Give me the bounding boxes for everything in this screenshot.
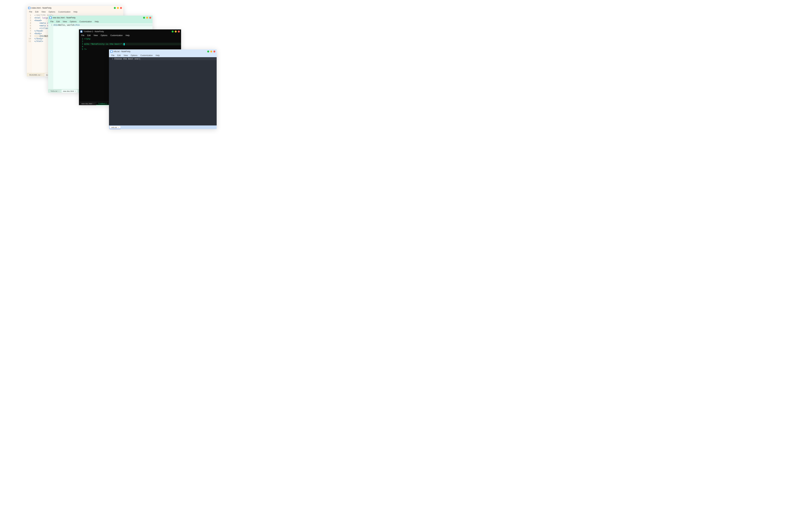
- app-icon: [80, 30, 83, 33]
- window-title: info.txt - NoteFinity: [113, 50, 131, 53]
- menu-customization[interactable]: Customization: [109, 34, 124, 37]
- menu-edit[interactable]: Edit: [116, 54, 122, 57]
- menu-help[interactable]: Help: [124, 34, 131, 37]
- line-gutter: 1: [48, 23, 53, 89]
- window-controls: [143, 16, 151, 20]
- window-title: *Untitled-2 - NoteFinity: [83, 30, 104, 33]
- tab-close-icon[interactable]: ×: [58, 90, 59, 92]
- window-controls: [172, 29, 180, 34]
- tab-newdoc[interactable]: new doc.html×: [61, 89, 78, 93]
- menu-help[interactable]: Help: [93, 20, 100, 23]
- menu-edit[interactable]: Edit: [55, 20, 61, 23]
- tab-close-icon[interactable]: ×: [108, 103, 109, 104]
- titlebar[interactable]: *Untitled-2 - NoteFinity: [79, 29, 181, 34]
- menu-options[interactable]: Options: [130, 54, 139, 57]
- menu-edit[interactable]: Edit: [34, 10, 40, 13]
- tab-untitled[interactable]: *Untitled-2×: [96, 102, 110, 105]
- menu-file[interactable]: File: [80, 34, 86, 37]
- menu-options[interactable]: Options: [47, 10, 57, 13]
- tab-todo[interactable]: ToDo.txt×: [49, 89, 61, 93]
- menubar: File Edit View Options Customization Hel…: [27, 10, 123, 14]
- menu-help[interactable]: Help: [72, 10, 79, 13]
- window-title: index.html - NoteFinity: [31, 7, 52, 9]
- menu-edit[interactable]: Edit: [86, 34, 92, 37]
- tab-close-icon[interactable]: ×: [118, 126, 119, 128]
- line-gutter: 1234567891011: [27, 14, 32, 73]
- line-gutter: 1: [109, 57, 114, 126]
- close-icon[interactable]: [214, 51, 215, 52]
- menu-options[interactable]: Options: [100, 34, 109, 37]
- maximize-icon[interactable]: [175, 30, 177, 32]
- titlebar[interactable]: index.html - NoteFinity: [27, 6, 123, 10]
- close-icon[interactable]: [120, 7, 122, 9]
- maximize-icon[interactable]: [210, 51, 212, 52]
- line-gutter: 12345: [79, 37, 84, 102]
- tab-close-icon[interactable]: ×: [75, 90, 76, 92]
- menubar: File Edit View Options Customization Hel…: [109, 54, 217, 57]
- minimize-icon[interactable]: [207, 51, 209, 52]
- menu-view[interactable]: View: [40, 10, 47, 13]
- minimize-icon[interactable]: [114, 7, 116, 9]
- app-icon: [110, 50, 113, 53]
- menu-customization[interactable]: Customization: [57, 10, 72, 13]
- menu-file[interactable]: File: [49, 20, 55, 23]
- menu-view[interactable]: View: [61, 20, 68, 23]
- window-controls: [207, 49, 215, 54]
- tab-info[interactable]: info.txt×: [110, 126, 121, 129]
- editor-window-4: info.txt - NoteFinity File Edit View Opt…: [109, 49, 217, 129]
- minimize-icon[interactable]: [143, 17, 145, 19]
- minimize-icon[interactable]: [172, 30, 174, 32]
- menubar: File Edit View Options Customization Hel…: [79, 34, 181, 37]
- menu-help[interactable]: Help: [154, 54, 161, 57]
- tab-bar: info.txt×: [109, 126, 217, 129]
- tab-newdoc[interactable]: new doc.html×: [80, 102, 96, 105]
- menu-view[interactable]: View: [122, 54, 129, 57]
- window-title: new doc.html - NoteFinity: [53, 17, 76, 19]
- close-icon[interactable]: [178, 30, 180, 32]
- tab-close-icon[interactable]: ×: [41, 74, 42, 76]
- code-area[interactable]: Choose the best one!: [114, 57, 217, 126]
- tab-close-icon[interactable]: ×: [93, 103, 94, 105]
- maximize-icon[interactable]: [117, 7, 119, 9]
- menu-file[interactable]: File: [28, 10, 33, 13]
- menu-view[interactable]: View: [92, 34, 99, 37]
- tab-readme[interactable]: README.md×: [27, 73, 44, 76]
- window-controls: [114, 6, 122, 10]
- menu-customization[interactable]: Customization: [139, 54, 154, 57]
- menu-customization[interactable]: Customization: [78, 20, 93, 23]
- close-icon[interactable]: [149, 17, 151, 19]
- app-icon: [49, 17, 52, 19]
- titlebar[interactable]: new doc.html - NoteFinity: [48, 16, 152, 20]
- maximize-icon[interactable]: [146, 17, 148, 19]
- menubar: File Edit View Options Customization Hel…: [48, 20, 152, 23]
- menu-options[interactable]: Options: [68, 20, 78, 23]
- titlebar[interactable]: info.txt - NoteFinity: [109, 49, 217, 54]
- menu-file[interactable]: File: [110, 54, 116, 57]
- code-editor[interactable]: 1 Choose the best one!: [109, 57, 217, 126]
- app-icon: [28, 7, 30, 9]
